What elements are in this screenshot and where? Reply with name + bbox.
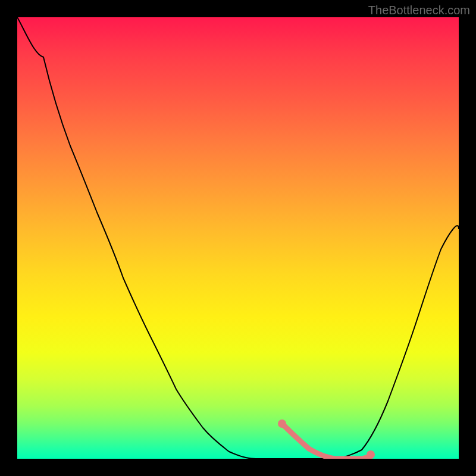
chart-svg bbox=[17, 17, 459, 459]
curve-line bbox=[17, 17, 459, 459]
svg-point-0 bbox=[278, 419, 286, 428]
watermark: TheBottleneck.com bbox=[368, 4, 470, 17]
chart-plot-area bbox=[17, 17, 459, 459]
highlight-segment bbox=[278, 419, 375, 459]
svg-point-1 bbox=[367, 450, 375, 459]
